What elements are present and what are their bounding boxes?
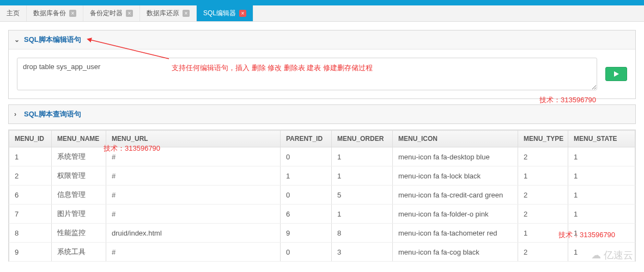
table-row[interactable]: 8性能监控druid/index.html98menu-icon fa fa-t… — [9, 224, 635, 243]
table-cell: 信息管理 — [52, 186, 106, 205]
column-header[interactable]: MENU_NAME — [52, 131, 106, 147]
table-row[interactable]: 7图片管理#61menu-icon fa fa-folder-o pink21 — [9, 205, 635, 224]
table-row[interactable]: 1系统管理#01menu-icon fa fa-desktop blue21 — [9, 147, 635, 166]
svg-line-0 — [90, 40, 169, 59]
table-cell: # — [106, 205, 281, 224]
table-cell: menu-icon fa fa-credit-card green — [393, 186, 518, 205]
table-cell: 9 — [9, 243, 52, 262]
table-cell: menu-icon fa fa-cog black — [393, 243, 518, 262]
table-row[interactable]: 6信息管理#05menu-icon fa fa-credit-card gree… — [9, 186, 635, 205]
table-cell: 性能监控 — [52, 224, 106, 243]
table-cell: 2 — [518, 147, 568, 166]
column-header[interactable]: MENU_TYPE — [518, 131, 568, 147]
annotation-arrow — [44, 34, 180, 67]
tab-2[interactable]: 备份定时器× — [83, 5, 140, 21]
close-icon[interactable]: × — [69, 10, 76, 17]
table-row[interactable]: 9系统工具#03menu-icon fa fa-cog black21 — [9, 243, 635, 262]
table-cell: 1 — [332, 147, 393, 166]
table-cell: 权限管理 — [52, 166, 106, 186]
table-header-row: MENU_IDMENU_NAMEMENU_URLPARENT_IDMENU_OR… — [9, 131, 635, 147]
table-cell: menu-icon fa fa-desktop blue — [393, 147, 518, 166]
table-cell: 7 — [9, 205, 52, 224]
table-cell: 图片管理 — [52, 205, 106, 224]
table-cell: 1 — [332, 166, 393, 186]
table-cell: 2 — [518, 186, 568, 205]
tab-3[interactable]: 数据库还原× — [140, 5, 197, 21]
table-row[interactable]: 2权限管理#11menu-icon fa fa-lock black11 — [9, 166, 635, 186]
table-cell: 1 — [568, 147, 635, 166]
table-cell: 1 — [281, 166, 332, 186]
table-cell: # — [106, 243, 281, 262]
table-body: 1系统管理#01menu-icon fa fa-desktop blue212权… — [9, 147, 635, 262]
sql-query-panel-header[interactable]: › SQL脚本查询语句 — [9, 105, 635, 123]
result-table: MENU_IDMENU_NAMEMENU_URLPARENT_IDMENU_OR… — [9, 130, 635, 262]
close-icon[interactable]: × — [183, 10, 190, 17]
table-cell: 1 — [568, 224, 635, 243]
table-cell: menu-icon fa fa-folder-o pink — [393, 205, 518, 224]
table-cell: 1 — [518, 166, 568, 186]
table-cell: 0 — [281, 186, 332, 205]
column-header[interactable]: MENU_ORDER — [332, 131, 393, 147]
table-cell: # — [106, 186, 281, 205]
table-cell: 1 — [518, 224, 568, 243]
run-sql-button[interactable] — [605, 67, 627, 81]
tab-label: 数据库备份 — [33, 9, 66, 18]
chevron-down-icon: ⌄ — [14, 36, 20, 44]
tab-label: 备份定时器 — [90, 9, 123, 18]
tab-1[interactable]: 数据库备份× — [27, 5, 83, 21]
table-cell: 6 — [9, 186, 52, 205]
table-cell: 系统管理 — [52, 147, 106, 166]
tab-4[interactable]: SQL编辑器× — [197, 5, 253, 21]
table-cell: 0 — [281, 243, 332, 262]
table-cell: 8 — [9, 224, 52, 243]
tab-0[interactable]: 主页 — [0, 5, 27, 21]
tab-label: 数据库还原 — [147, 9, 179, 18]
table-cell: 1 — [9, 147, 52, 166]
table-cell: 5 — [332, 186, 393, 205]
tab-label: SQL编辑器 — [203, 9, 236, 18]
column-header[interactable]: MENU_ICON — [393, 131, 518, 147]
result-table-wrap: MENU_IDMENU_NAMEMENU_URLPARENT_IDMENU_OR… — [8, 129, 636, 262]
table-cell: 1 — [332, 205, 393, 224]
tab-bar: 主页数据库备份×备份定时器×数据库还原×SQL编辑器× — [0, 5, 644, 22]
table-cell: 2 — [9, 166, 52, 186]
play-icon — [613, 71, 619, 77]
column-header[interactable]: PARENT_ID — [281, 131, 332, 147]
close-icon[interactable]: × — [126, 10, 133, 17]
table-cell: 系统工具 — [52, 243, 106, 262]
table-cell: 6 — [281, 205, 332, 224]
chevron-right-icon: › — [14, 110, 20, 118]
table-cell: 9 — [281, 224, 332, 243]
table-cell: 2 — [518, 243, 568, 262]
table-cell: # — [106, 147, 281, 166]
table-cell: 0 — [281, 147, 332, 166]
table-cell: 1 — [568, 205, 635, 224]
sql-query-panel: › SQL脚本查询语句 — [8, 104, 636, 124]
table-cell: 1 — [568, 166, 635, 186]
table-cell: 8 — [332, 224, 393, 243]
close-icon[interactable]: × — [239, 10, 246, 17]
panel-title: SQL脚本查询语句 — [24, 109, 81, 119]
column-header[interactable]: MENU_STATE — [568, 131, 635, 147]
table-cell: 1 — [568, 186, 635, 205]
table-cell: druid/index.html — [106, 224, 281, 243]
watermark-logo: ☁ 亿速云 — [591, 249, 633, 262]
tab-label: 主页 — [7, 9, 20, 18]
table-cell: 3 — [332, 243, 393, 262]
table-cell: 2 — [518, 205, 568, 224]
table-cell: # — [106, 166, 281, 186]
column-header[interactable]: MENU_URL — [106, 131, 281, 147]
column-header[interactable]: MENU_ID — [9, 131, 52, 147]
table-cell: menu-icon fa fa-lock black — [393, 166, 518, 186]
top-accent-bar — [0, 0, 644, 5]
table-cell: menu-icon fa fa-tachometer red — [393, 224, 518, 243]
